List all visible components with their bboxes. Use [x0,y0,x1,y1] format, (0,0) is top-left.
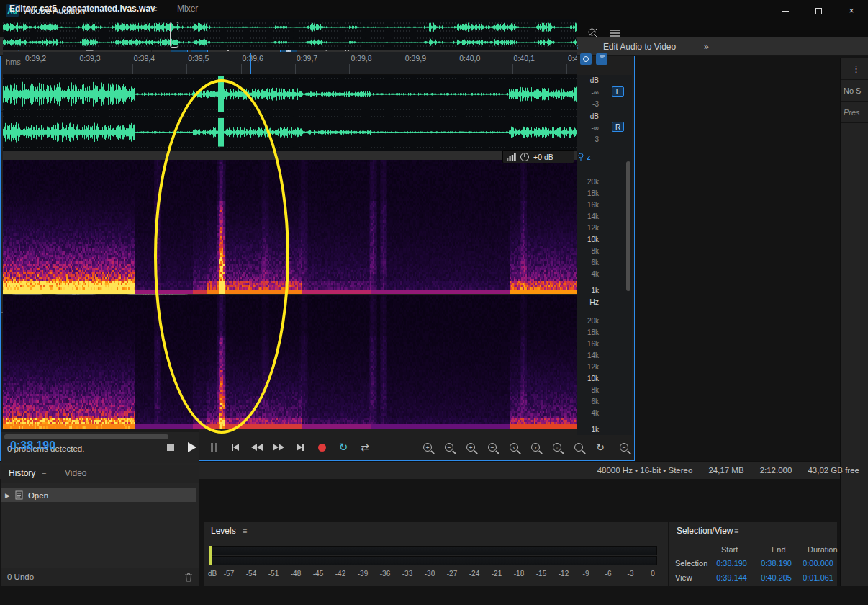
zoom-to-out-point-button[interactable]: › [526,439,545,456]
level-scale-number: -51 [268,570,279,578]
record-button[interactable] [312,439,331,456]
loop-playback-button[interactable]: ↻ [334,439,353,456]
monitor-toggle-icon[interactable] [580,53,592,65]
tab-history[interactable]: History [9,468,35,478]
freq-label: 14k [579,212,599,220]
workspace-edit-audio-video-button[interactable]: Edit Audio to Video [603,40,676,54]
levels-panel: Levels ≡ dB -57-54-51-48-45-42-39-36-33-… [204,522,668,586]
selection-duration-value[interactable]: 0:00.000 [790,559,833,568]
skip-to-start-button[interactable] [226,439,245,456]
timeline-ticks: 0:39,20:39,30:39,40:39,50:39,60:39,70:39… [3,52,577,75]
close-button[interactable]: × [835,0,868,22]
maximize-button[interactable] [802,0,835,22]
waveform-canvas[interactable] [3,75,577,151]
spectrogram-canvas-left[interactable] [3,160,577,294]
history-entry-open[interactable]: ▶ Open [1,488,196,502]
freq-label: 8k [579,247,599,255]
overview-view-indicator[interactable] [170,22,178,48]
level-scale-number: -42 [335,570,345,578]
view-row-label: View [675,573,692,582]
timeline-tick: 0:4 [568,54,577,63]
hud-pin-group[interactable]: z [577,151,599,163]
timed-record-icon[interactable]: ↻ [591,439,610,456]
zoom-to-selection-button[interactable]: ▫ [548,439,566,456]
tab-mixer[interactable]: Mixer [177,4,198,14]
selection-view-menu-icon[interactable]: ≡ [734,526,738,535]
workspace2-label: Edit Audio to Video [603,42,676,52]
clear-history-icon[interactable] [184,573,193,582]
freq-label: 20k [579,317,599,325]
skip-start-icon [233,444,239,451]
rewind-button[interactable] [248,439,266,456]
skip-selection-button[interactable]: ⇄ [356,439,374,456]
overview-waveform-canvas[interactable] [3,19,577,50]
skip-end-icon [297,444,302,451]
scale-column: dB -∞ -3 L dB -∞ -3 R 20k18k16k14k12k10k… [577,75,632,435]
timeline-tick: 0:39,9 [405,54,426,63]
level-scale-number: 0 [651,570,655,578]
stop-button[interactable] [161,439,180,456]
view-duration-value[interactable]: 0:01.061 [790,573,833,582]
pin-marker-icon[interactable] [596,53,607,65]
zoom-in-button[interactable]: + [418,439,437,456]
tab-video[interactable]: Video [65,468,86,478]
freq-label: 18k [579,189,599,197]
selection-end-value[interactable]: 0:38.190 [749,559,792,568]
collapsed-tab-2[interactable]: Pres [844,108,868,117]
level-scale-number: -57 [224,570,234,578]
panel-handle-icon[interactable]: ⋮ [851,63,861,74]
collapsed-tab-1[interactable]: No S [844,86,868,95]
history-panel-menu-icon[interactable]: ≡ [42,469,46,478]
spectrogram-canvas-right[interactable] [3,295,577,429]
zoom-to-in-point-button[interactable]: ‹ [505,439,523,456]
freq-label: 10k [579,375,599,382]
level-scale-number: -3 [628,570,634,578]
left-channel-badge[interactable]: L [612,86,624,97]
play-button[interactable] [183,439,202,456]
time-display[interactable]: 0:38.190 [10,439,55,452]
right-channel-badge[interactable]: R [612,122,624,132]
record-icon [318,444,326,452]
freq-label: 14k [579,351,599,359]
timeline-ruler[interactable]: hms 0:39,20:39,30:39,40:39,50:39,60:39,7… [3,52,577,75]
freq-label: 4k [579,270,599,278]
vertical-zoom-scrollbar[interactable] [626,161,630,291]
level-scale-number: -9 [583,570,589,578]
tab-levels[interactable]: Levels [211,526,236,536]
zoom-out-amplitude-button[interactable]: − [483,439,502,456]
fast-forward-button[interactable] [269,439,288,456]
level-scale-number: -12 [559,570,569,578]
level-scale-number: -48 [291,570,301,578]
col-end: End [772,545,786,554]
freq-label: 1k [579,287,599,295]
minimize-button[interactable] [769,0,802,22]
play-icon [188,442,196,452]
zoom-reset-button[interactable]: ⌐ [615,439,633,456]
zoom-out-button[interactable]: − [440,439,458,456]
levels-panel-menu-icon[interactable]: ≡ [243,526,247,535]
skip-to-end-button[interactable] [291,439,309,456]
db-neg-inf: -∞ [579,89,599,97]
zoom-in-amplitude-button[interactable]: + [461,439,480,456]
level-scale-number: -30 [425,570,435,578]
selection-start-value[interactable]: 0:38.190 [704,559,747,568]
editor-panel-menu-icon[interactable]: ≡ [153,4,157,13]
history-panel: History ≡ Video ▶ Open 0 Undo [1,465,199,586]
tab-selection-view[interactable]: Selection/View [677,526,733,536]
view-end-value[interactable]: 0:40.205 [749,573,792,582]
overview-zoom-disabled-icon[interactable] [587,27,599,39]
view-start-value[interactable]: 0:39.144 [704,573,747,582]
zoom-history-button[interactable] [569,439,588,456]
gain-hud[interactable]: +0 dB [502,150,574,163]
collapsed-panel-strip: ⋮ No S Pres [840,58,868,586]
freq-label: 4k [579,409,599,417]
level-scale-number: -45 [313,570,323,578]
tab-editor[interactable]: Editor: cat5_concatenated.ivas.wav [9,4,155,14]
freq-label: 16k [579,340,599,348]
overview-menu-icon[interactable] [609,29,620,37]
db-scale-label: dB [579,112,599,120]
playhead-marker[interactable] [250,53,251,75]
toolbar-overflow-button[interactable]: » [704,40,709,54]
pause-button[interactable] [204,439,223,456]
pause-icon [211,443,217,452]
